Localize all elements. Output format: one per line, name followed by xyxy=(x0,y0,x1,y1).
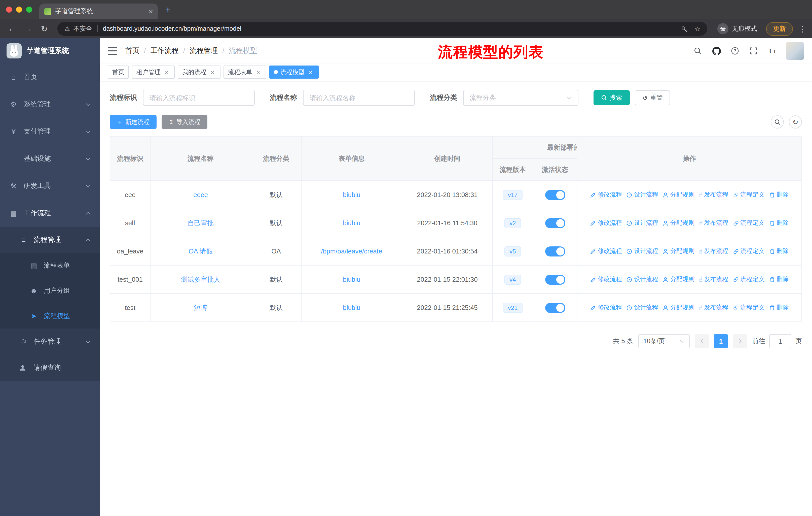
key-icon[interactable] xyxy=(681,25,689,32)
tag-tenant[interactable]: 租户管理 × xyxy=(132,65,175,79)
action-design-link[interactable]: 设计流程 xyxy=(627,303,658,312)
search-icon[interactable] xyxy=(693,46,703,56)
security-label[interactable]: 不安全 xyxy=(74,24,92,33)
action-delete-link[interactable]: 删除 xyxy=(769,303,789,312)
action-definition-link[interactable]: 流程定义 xyxy=(733,219,764,227)
action-publish-link[interactable]: ☝ 发布流程 xyxy=(699,303,728,312)
github-icon[interactable] xyxy=(711,46,721,56)
address-bar[interactable]: ⚠ 不安全 dashboard.yudao.iocoder.cn/bpm/man… xyxy=(57,22,707,36)
action-assign-rule-link[interactable]: 分配规则 xyxy=(663,275,694,284)
breadcrumb-item[interactable]: 工作流程 xyxy=(150,46,190,55)
breadcrumb-item[interactable]: 流程管理 xyxy=(190,46,229,55)
action-design-link[interactable]: 设计流程 xyxy=(627,190,658,199)
status-toggle[interactable] xyxy=(545,190,565,200)
status-toggle[interactable] xyxy=(545,303,565,313)
sidebar-item-payment[interactable]: ¥ 支付管理 xyxy=(0,118,100,145)
action-definition-link[interactable]: 流程定义 xyxy=(733,190,764,199)
action-edit-link[interactable]: 修改流程 xyxy=(590,190,622,199)
browser-menu-icon[interactable]: ⋮ xyxy=(798,24,807,33)
tab-close-icon[interactable]: × xyxy=(148,7,153,15)
update-button[interactable]: 更新 xyxy=(766,22,793,35)
sidebar-item-devtools[interactable]: ⚒ 研发工具 xyxy=(0,172,100,199)
action-assign-rule-link[interactable]: 分配规则 xyxy=(663,247,694,255)
forward-icon[interactable]: → xyxy=(21,22,35,36)
import-process-button[interactable]: ↥ 导入流程 xyxy=(162,115,207,129)
browser-tab[interactable]: 芋道管理系统 × xyxy=(39,3,158,19)
sidebar-item-system[interactable]: ⚙ 系统管理 xyxy=(0,91,100,118)
action-publish-link[interactable]: ☝ 发布流程 xyxy=(699,190,728,199)
sidebar-item-infrastructure[interactable]: ▥ 基础设施 xyxy=(0,145,100,172)
close-icon[interactable]: × xyxy=(307,69,314,75)
action-delete-link[interactable]: 删除 xyxy=(769,219,789,227)
action-delete-link[interactable]: 删除 xyxy=(769,275,789,284)
sidebar-collapse-icon[interactable] xyxy=(108,47,117,55)
process-name-link[interactable]: 滔博 xyxy=(194,304,207,311)
new-tab-button[interactable]: + xyxy=(165,5,171,15)
sidebar-item-process-form[interactable]: ▤ 流程表单 xyxy=(0,253,100,278)
sidebar-item-leave-query[interactable]: 请假查询 xyxy=(0,355,100,381)
action-design-link[interactable]: 设计流程 xyxy=(627,247,658,255)
form-info-link[interactable]: biubiu xyxy=(343,219,360,227)
page-size-select[interactable]: 10条/页 xyxy=(638,334,690,348)
reload-icon[interactable]: ↻ xyxy=(37,22,51,36)
prev-page-button[interactable] xyxy=(695,334,709,348)
tag-my-process[interactable]: 我的流程 × xyxy=(178,65,221,79)
action-assign-rule-link[interactable]: 分配规则 xyxy=(663,303,694,312)
status-toggle[interactable] xyxy=(545,274,565,284)
action-delete-link[interactable]: 删除 xyxy=(769,190,789,199)
help-icon[interactable]: ? xyxy=(730,46,740,56)
sidebar-item-user-group[interactable]: ☻ 用户分组 xyxy=(0,278,100,303)
sidebar-item-task-management[interactable]: ⚐ 任务管理 xyxy=(0,329,100,355)
action-assign-rule-link[interactable]: 分配规则 xyxy=(663,190,694,199)
bookmark-star-icon[interactable]: ☆ xyxy=(694,25,700,32)
sidebar-item-home[interactable]: ⌂ 首页 xyxy=(0,63,100,91)
create-process-button[interactable]: ＋ 新建流程 xyxy=(110,115,156,129)
window-minimize-button[interactable] xyxy=(16,6,22,12)
process-name-link[interactable]: OA 请假 xyxy=(188,247,212,255)
action-edit-link[interactable]: 修改流程 xyxy=(590,247,622,255)
process-name-input[interactable] xyxy=(303,90,415,106)
tag-home[interactable]: 首页 xyxy=(108,65,129,79)
process-name-link[interactable]: 测试多审批人 xyxy=(181,275,220,283)
action-design-link[interactable]: 设计流程 xyxy=(627,219,658,227)
status-toggle[interactable] xyxy=(545,246,565,256)
close-icon[interactable]: × xyxy=(163,69,170,75)
next-page-button[interactable] xyxy=(733,334,747,348)
process-id-input[interactable] xyxy=(143,90,255,106)
search-button[interactable]: 搜索 xyxy=(593,90,630,105)
action-delete-link[interactable]: 删除 xyxy=(769,247,789,255)
refresh-button[interactable]: ↻ xyxy=(789,115,802,129)
action-publish-link[interactable]: ☝ 发布流程 xyxy=(699,275,728,284)
sidebar-item-process-model[interactable]: ➤ 流程模型 xyxy=(0,303,100,329)
reset-button[interactable]: ↺ 重置 xyxy=(635,90,670,105)
fullscreen-icon[interactable] xyxy=(749,46,759,56)
form-info-link[interactable]: biubiu xyxy=(343,304,360,311)
action-definition-link[interactable]: 流程定义 xyxy=(733,303,764,312)
action-edit-link[interactable]: 修改流程 xyxy=(590,303,622,312)
window-close-button[interactable] xyxy=(6,6,12,12)
window-zoom-button[interactable] xyxy=(26,6,32,12)
action-definition-link[interactable]: 流程定义 xyxy=(733,275,764,284)
process-name-link[interactable]: eeee xyxy=(193,191,208,198)
action-edit-link[interactable]: 修改流程 xyxy=(590,275,622,284)
tag-process-model[interactable]: 流程模型 × xyxy=(269,65,319,79)
action-assign-rule-link[interactable]: 分配规则 xyxy=(663,219,694,227)
action-definition-link[interactable]: 流程定义 xyxy=(733,247,764,255)
sidebar-item-process-management[interactable]: ≡ 流程管理 xyxy=(0,227,100,253)
toggle-search-button[interactable] xyxy=(771,115,784,129)
form-info-link[interactable]: biubiu xyxy=(343,276,360,283)
back-icon[interactable]: ← xyxy=(5,22,19,36)
user-avatar[interactable] xyxy=(786,42,804,60)
action-edit-link[interactable]: 修改流程 xyxy=(590,219,622,227)
breadcrumb-item[interactable]: 首页 xyxy=(125,46,150,55)
tag-process-form[interactable]: 流程表单 × xyxy=(224,65,266,79)
process-name-link[interactable]: 自己审批 xyxy=(187,219,214,226)
category-select[interactable]: 流程分类 xyxy=(463,90,578,106)
action-design-link[interactable]: 设计流程 xyxy=(627,275,658,284)
font-size-icon[interactable]: TT xyxy=(767,46,777,56)
form-info-link[interactable]: biubiu xyxy=(343,191,360,198)
app-logo[interactable]: 芋道管理系统 xyxy=(0,38,100,63)
sidebar-item-workflow[interactable]: ▦ 工作流程 xyxy=(0,199,100,227)
action-publish-link[interactable]: ☝ 发布流程 xyxy=(699,247,728,255)
form-info-link[interactable]: /bpm/oa/leave/create xyxy=(321,247,382,255)
